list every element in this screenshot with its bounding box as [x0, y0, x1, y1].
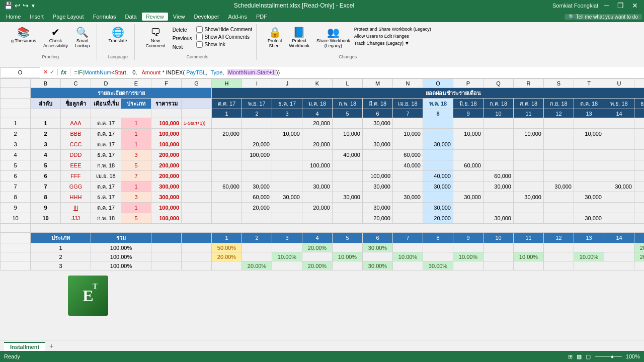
r2-type[interactable]: 1 [121, 129, 151, 139]
col-r[interactable]: R [514, 79, 544, 88]
sr3-v11[interactable] [514, 261, 544, 270]
r9-type[interactable]: 1 [121, 203, 151, 213]
r2-v2[interactable] [242, 129, 272, 139]
r4-name[interactable]: DDD [61, 150, 91, 160]
menu-insert[interactable]: Insert [26, 13, 48, 21]
r8-v1[interactable] [212, 192, 242, 203]
r6-v10[interactable]: 60,000 [484, 171, 514, 182]
r1-v1[interactable] [212, 118, 242, 129]
r7-name[interactable]: GGG [61, 182, 91, 192]
r5-v11[interactable] [514, 160, 544, 171]
sr3-type[interactable]: 3 [31, 261, 91, 270]
r7-v13[interactable] [574, 182, 604, 192]
r8-v2[interactable]: 60,000 [242, 192, 272, 203]
r7-v3[interactable] [272, 182, 302, 192]
r2-v4[interactable] [302, 129, 333, 139]
sr1-v4[interactable]: 20.00% [302, 243, 333, 252]
col-j[interactable]: J [272, 79, 302, 88]
r6-v7[interactable] [393, 171, 423, 182]
r1-v13[interactable] [574, 118, 604, 129]
r8-v6[interactable] [363, 192, 393, 203]
menu-data[interactable]: Data [121, 13, 140, 21]
r9-month[interactable]: ต.ค. 17 [91, 203, 121, 213]
sr2-v4[interactable] [302, 252, 333, 261]
r2-v12[interactable] [544, 129, 574, 139]
r8-v9[interactable]: 30,000 [453, 192, 484, 203]
r9-name[interactable]: III [61, 203, 91, 213]
r10-month[interactable]: ก.พ. 18 [91, 213, 121, 224]
sr2-total[interactable]: 100.00% [91, 252, 151, 261]
r5-v1[interactable] [212, 160, 242, 171]
r1-formula[interactable]: 1-Start+1)) [182, 118, 212, 129]
col-v[interactable]: V [634, 79, 645, 88]
new-comment-button[interactable]: 🗨 NewComment [143, 25, 169, 50]
r8-v13[interactable]: 30,000 [574, 192, 604, 203]
col-f[interactable]: F [151, 79, 182, 88]
sr1-v8[interactable] [423, 243, 453, 252]
r7-v14[interactable]: 30,000 [604, 182, 634, 192]
sr1-v7[interactable] [393, 243, 423, 252]
r6-v9[interactable] [453, 171, 484, 182]
sr1-type[interactable]: 1 [31, 243, 91, 252]
r9-price[interactable]: 100,000 [151, 203, 182, 213]
r1-v14[interactable] [604, 118, 634, 129]
col-o[interactable]: O [423, 79, 453, 88]
r6-month[interactable]: เม.ย. 18 [91, 171, 121, 182]
r10-v10[interactable]: 30,000 [484, 213, 514, 224]
sr1-v12[interactable] [544, 243, 574, 252]
r5-v10[interactable] [484, 160, 514, 171]
sr1-v5[interactable] [333, 243, 363, 252]
r1-v3[interactable] [272, 118, 302, 129]
undo-icon[interactable]: ↩ [15, 2, 21, 10]
r4-v5[interactable]: 40,000 [333, 150, 363, 160]
sr2-v11[interactable]: 10.00% [514, 252, 544, 261]
r5-v9[interactable]: 60,000 [453, 160, 484, 171]
save-icon[interactable]: 💾 [4, 2, 13, 10]
r4-month[interactable]: ธ.ค. 17 [91, 150, 121, 160]
r7-v6[interactable]: 30,000 [363, 182, 393, 192]
show-all-checkbox[interactable] [196, 34, 203, 40]
close-btn[interactable]: ✕ [630, 2, 640, 10]
r7-v11[interactable] [514, 182, 544, 192]
col-t[interactable]: T [574, 79, 604, 88]
r3-v14[interactable] [604, 139, 634, 150]
r3-v1[interactable] [212, 139, 242, 150]
cancel-formula-icon[interactable]: ✕ [43, 69, 48, 75]
r2-v5[interactable]: 10,000 [333, 129, 363, 139]
sr1-v15[interactable]: 20.00% [634, 243, 645, 252]
r3-v10[interactable] [484, 139, 514, 150]
r6-v15[interactable] [634, 171, 645, 182]
protect-sheet-button[interactable]: 🔒 ProtectSheet [265, 25, 285, 50]
r8-month[interactable]: ธ.ค. 17 [91, 192, 121, 203]
r5-v12[interactable] [544, 160, 574, 171]
r4-v6[interactable] [363, 150, 393, 160]
sr2-v13[interactable]: 10.00% [574, 252, 604, 261]
col-k[interactable]: K [302, 79, 333, 88]
r4-v8[interactable] [423, 150, 453, 160]
col-g[interactable]: G [182, 79, 212, 88]
r8-type[interactable]: 3 [121, 192, 151, 203]
r10-v7[interactable] [393, 213, 423, 224]
r7-v8[interactable]: 30,000 [423, 182, 453, 192]
sr1-v13[interactable] [574, 243, 604, 252]
r5-type[interactable]: 5 [121, 160, 151, 171]
col-q[interactable]: Q [484, 79, 514, 88]
r6-type[interactable]: 7 [121, 171, 151, 182]
r2-name[interactable]: BBB [61, 129, 91, 139]
col-u[interactable]: U [604, 79, 634, 88]
r2-v15[interactable]: 20,000 [634, 129, 645, 139]
sr1-total[interactable]: 100.00% [91, 243, 151, 252]
r2-v9[interactable]: 10,000 [453, 129, 484, 139]
r6-v14[interactable] [604, 171, 634, 182]
r6-v13[interactable] [574, 171, 604, 182]
r4-num[interactable]: 4 [31, 150, 61, 160]
r3-v12[interactable] [544, 139, 574, 150]
r10-v8[interactable]: 20,000 [423, 213, 453, 224]
col-e[interactable]: E [121, 79, 151, 88]
r6-price[interactable]: 200,000 [151, 171, 182, 182]
sr1-v9[interactable] [453, 243, 484, 252]
r3-v9[interactable] [453, 139, 484, 150]
sr2-v2[interactable] [242, 252, 272, 261]
r5-v15[interactable] [634, 160, 645, 171]
r7-v2[interactable]: 30,000 [242, 182, 272, 192]
